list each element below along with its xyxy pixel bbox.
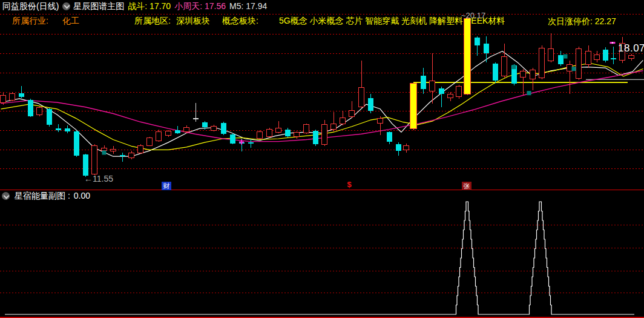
- sub-indicator-name: 星宿能量副图 :: [15, 191, 70, 200]
- area-value: 深圳板块: [176, 16, 210, 25]
- sub-chevron-glyph: [3, 193, 9, 199]
- sub-indicator-header: 星宿能量副图 : 0.00: [15, 191, 90, 200]
- main-chart-header: 同益股份(日线) 星辰图谱主图 战斗: 17.70 小周天: 17.56 M5:…: [2, 1, 271, 11]
- main-indicator-name: 星辰图谱主图: [73, 1, 124, 11]
- next-limit-up-price: 次日涨停价: 22.27: [548, 16, 616, 26]
- last-price-label: 18.070: [618, 44, 644, 53]
- area-label: 所属地区:: [134, 16, 171, 25]
- concept-label: 概念板块:: [222, 16, 258, 25]
- indicator-field-m5: M5: 17.94: [229, 1, 267, 11]
- watermark-zhang: 张: [462, 182, 472, 190]
- candlestick-chart-canvas[interactable]: [0, 0, 644, 318]
- trading-app-window: 同益股份(日线) 星辰图谱主图 战斗: 17.70 小周天: 17.56 M5:…: [0, 0, 644, 318]
- industry-value: 化工: [62, 16, 79, 25]
- stock-title: 同益股份(日线): [2, 1, 59, 11]
- indicator-field-zhandou: 战斗: 17.70: [128, 1, 171, 11]
- chevron-down-icon[interactable]: [62, 2, 70, 10]
- high-annotation: ~20.17: [461, 11, 485, 21]
- sub-indicator-value: 0.00: [74, 191, 90, 200]
- sub-chevron-down-icon[interactable]: [2, 192, 10, 200]
- watermark-cai: 财: [162, 182, 171, 190]
- indicator-field-xiaozhoutian: 小周天: 17.56: [174, 1, 226, 11]
- industry-label: 所属行业:: [12, 16, 48, 25]
- chevron-glyph: [64, 3, 70, 9]
- low-annotation: ←11.55: [84, 174, 113, 184]
- watermark-dollar: $: [344, 181, 354, 189]
